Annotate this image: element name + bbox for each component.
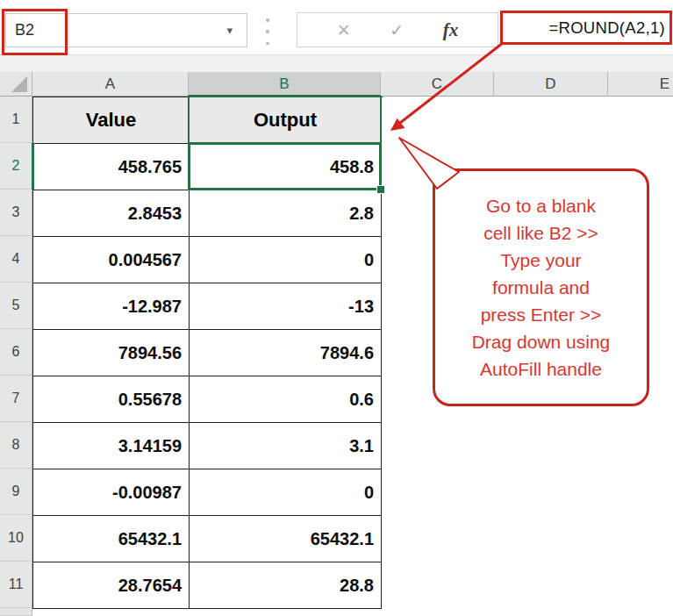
callout-text-line: cell like B2 >> [483,219,598,247]
cell-b11[interactable]: 28.8 [190,562,382,609]
chevron-down-icon[interactable]: ▾ [226,14,233,47]
cell-b5[interactable]: -13 [190,283,382,330]
row-header-3[interactable]: 3 [0,190,32,236]
formula-bar-strip: B2 ▾ ✕ ✓ fx =ROUND(A2,1) [0,0,673,54]
cell-b10[interactable]: 65432.1 [190,516,382,562]
cell-b9[interactable]: 0 [190,469,382,516]
row-header-5[interactable]: 5 [0,283,32,329]
cell-a3[interactable]: 2.8453 [33,190,190,237]
select-all-triangle-icon [11,76,27,92]
row-header-11[interactable]: 11 [0,562,32,608]
cell-b7[interactable]: 0.6 [190,376,382,423]
cell-a6[interactable]: 7894.56 [33,330,190,376]
callout-text-line: formula and [492,274,590,301]
row-header-1[interactable]: 1 [0,97,32,143]
active-cell-border [188,142,382,190]
formula-input-highlight-rectangle: =ROUND(A2,1) [500,11,672,45]
cell-a10[interactable]: 65432.1 [33,516,190,562]
formula-input[interactable]: =ROUND(A2,1) [548,13,665,42]
row-2-selection-accent [32,143,34,190]
column-header-c[interactable]: C [381,72,494,97]
column-header-a[interactable]: A [32,72,189,97]
row-header-9[interactable]: 9 [0,469,32,515]
formula-bar-separator [266,18,269,45]
column-header-e[interactable]: E [608,72,673,97]
callout-text-line: Drag down using [472,328,611,355]
cell-a8[interactable]: 3.14159 [33,423,190,469]
cell-a11[interactable]: 28.7654 [33,562,190,609]
cell-b6[interactable]: 7894.6 [190,330,382,376]
row-header-8[interactable]: 8 [0,422,32,469]
row-header-7[interactable]: 7 [0,376,32,422]
row-header-6[interactable]: 6 [0,329,32,376]
cancel-icon[interactable]: ✕ [337,20,351,40]
row-header-4[interactable]: 4 [0,236,32,283]
cell-b3[interactable]: 2.8 [190,190,382,237]
name-box-highlight-rectangle [2,9,68,55]
cell-a1[interactable]: Value [33,97,190,144]
cell-b4[interactable]: 0 [190,237,382,283]
cell-a2[interactable]: 458.765 [33,144,190,190]
cell-b1[interactable]: Output [190,97,382,144]
callout-text-line: AutoFill handle [480,355,602,383]
cell-b8[interactable]: 3.1 [190,423,382,469]
insert-function-icon[interactable]: fx [443,19,459,41]
row-header-2-selected[interactable]: 2 [0,143,32,190]
callout-text-line: Go to a blank [486,192,596,219]
autofill-handle[interactable] [376,185,385,194]
column-header-b-selected[interactable]: B [189,72,381,97]
row-header-10[interactable]: 10 [0,515,32,562]
cell-a9[interactable]: -0.00987 [33,469,190,516]
column-header-d[interactable]: D [494,72,608,97]
formula-bar-buttons: ✕ ✓ fx [297,12,498,47]
select-all-button[interactable] [0,72,32,97]
callout-text-line: press Enter >> [481,301,602,328]
row-header-12-partial[interactable] [0,608,32,616]
formula-bar-gap [0,54,673,72]
cell-a5[interactable]: -12.987 [33,283,190,330]
enter-icon[interactable]: ✓ [390,20,404,40]
callout-text-line: Type your [500,247,581,274]
cell-a4[interactable]: 0.004567 [33,237,190,283]
instruction-callout: Go to a blank cell like B2 >> Type your … [433,168,649,406]
cell-a7[interactable]: 0.55678 [33,376,190,423]
